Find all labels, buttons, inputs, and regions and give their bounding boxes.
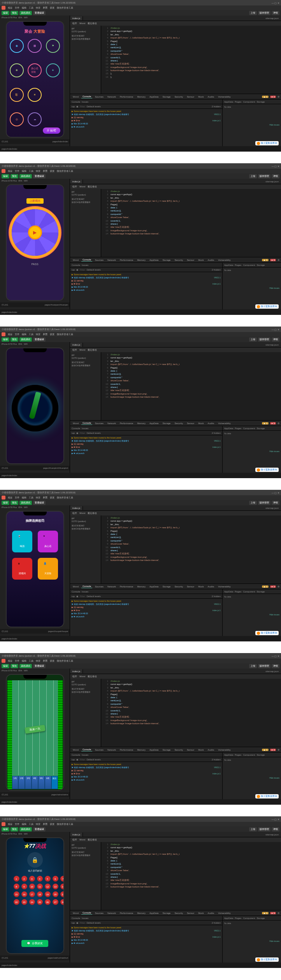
game-item[interactable]: ◎ [10,112,24,126]
remote-debug-button[interactable]: 真机调试 [19,11,32,15]
horse-btn[interactable]: 6号 [45,776,51,789]
menu-view[interactable]: 界面 [43,6,47,10]
number-button[interactable]: 11 [37,884,43,889]
rp-tab[interactable]: Component [243,101,255,103]
warn-badge[interactable]: ▲ 1 [262,96,269,98]
dt-tab-appdata[interactable]: AppData [148,95,160,98]
compile-button[interactable]: 编译 [2,11,9,15]
gear-icon[interactable]: ⚙ [277,422,279,424]
number-button[interactable]: 27 [53,899,58,905]
number-button[interactable]: 17 [29,891,35,897]
card-dare[interactable]: 👤大冒险 [38,558,58,580]
console-output[interactable]: ▶ Some messages have been moved to the I… [70,109,222,146]
context-select[interactable]: top [72,105,75,108]
rp-tab[interactable]: Storage [256,101,265,103]
horse-btn[interactable]: 2号 [18,776,25,789]
number-button[interactable]: 18 [37,891,43,897]
levels-select[interactable]: Default levels [87,105,101,108]
details-button[interactable]: 详情 [272,11,279,15]
menu-settings[interactable]: 设置 [50,6,54,10]
issues-tab[interactable]: Issues [82,101,88,103]
network-select[interactable]: WiFi [24,16,28,19]
dt-tab-memory[interactable]: Memory [136,95,147,98]
horse-btn[interactable]: 1号 [12,776,19,789]
menu-file[interactable]: 文件 [15,6,19,10]
horse-btn[interactable]: 4号 [32,776,38,789]
card-truth[interactable]: ♥真心话 [38,531,58,552]
number-button[interactable]: 13 [53,884,58,889]
dt-tab-sources[interactable]: Sources [94,95,105,98]
dt-tab-network[interactable]: Network [106,95,117,98]
gear-icon[interactable]: ⚙ [277,95,279,98]
menu-edit[interactable]: 编辑 [22,6,26,10]
race-track[interactable]: 再来一次 1号 2号 3号 4号 5号 6号 投注 [7,680,63,789]
number-button[interactable]: 10 [29,884,35,889]
preview-button[interactable]: 预览 [11,11,18,15]
menu-project[interactable]: 项目 [8,6,12,10]
dt-tab-sensor[interactable]: Sensor [186,95,195,98]
sitemap-tab[interactable]: sitemap.json [263,16,281,20]
number-button[interactable]: 9 [21,884,27,889]
start-button[interactable]: 开 始 吧 [43,128,60,134]
filter-input[interactable]: Filter [80,105,85,108]
number-button[interactable]: 25 [37,899,43,905]
number-button[interactable]: 5 [45,876,51,882]
gear-icon[interactable]: ⚙ [277,748,279,751]
phone-simulator[interactable]: 再来一次 1号 2号 3号 4号 5号 6号 投注 [6,674,64,791]
rp-tab[interactable]: AppData [224,101,233,103]
game-item[interactable]: ◉ [10,39,24,53]
dt-tab-vuln[interactable]: Vulnerability [217,95,232,98]
horse-btn[interactable]: 3号 [25,776,32,789]
number-button[interactable]: 22 [14,899,19,905]
rp-tab[interactable]: Pages [235,101,241,103]
number-button[interactable]: 21 [60,891,64,897]
number-button[interactable]: 4 [37,876,43,882]
number-button[interactable]: 24 [29,899,35,905]
horse-btn[interactable]: 5号 [38,776,45,789]
number-button[interactable]: 19 [45,891,51,897]
number-button[interactable]: 28 [60,899,64,905]
number-button[interactable]: 26 [45,899,51,905]
gear-icon[interactable]: ⚙ [277,912,279,914]
phone-simulator[interactable] [6,348,64,464]
game-item[interactable]: 真心话冒险 [28,63,42,77]
game-item[interactable]: ✷ [46,63,60,77]
gear-icon[interactable]: ⚙ [277,259,279,261]
lock-icon[interactable]: 🔒 [27,852,43,868]
number-button[interactable]: 16 [21,891,27,897]
version-button[interactable]: 版本管理 [258,11,270,15]
number-button[interactable]: 1 [14,876,19,882]
game-item[interactable]: ☁ [28,112,42,126]
gear-icon[interactable]: ⚙ [277,585,279,588]
spin-wheel[interactable] [12,209,58,256]
game-item[interactable]: 彩 [10,88,24,102]
phone-simulator[interactable]: 抽牌选择惩罚 🍷喝酒 ♥真心话 ♛潜规则 👤大冒险 [6,511,64,627]
dt-tab-wxml[interactable]: Wxml [72,95,80,98]
sub-tab[interactable]: 组件 [72,22,77,25]
game-item[interactable]: ☀ [28,88,42,102]
number-button[interactable]: 3 [29,876,35,882]
number-button[interactable]: 20 [53,891,58,897]
bet-btn[interactable]: 投注 [51,776,58,789]
number-button[interactable]: 23 [21,899,27,905]
hidden-link[interactable]: 2 hidden [212,105,221,108]
compile-mode-select[interactable]: 普通编译 [33,11,46,15]
number-button[interactable]: 14 [60,884,64,889]
device-select[interactable]: iPhone 6/7/8 Plus [2,16,17,19]
phone-simulator[interactable]: ★77决战 🔒 输入密码解锁 1234567891011121314151617… [6,837,64,954]
dt-tab-security[interactable]: Security [173,95,184,98]
number-button[interactable]: 8 [14,884,19,889]
dt-tab-storage[interactable]: Storage [161,95,172,98]
menu-help[interactable]: 微信开发者工具 [57,6,73,10]
game-item[interactable]: ▦ [28,39,42,53]
hide-issues-link[interactable]: Hide issues [224,124,279,126]
sub-tab[interactable]: Wxml [79,22,85,24]
number-button[interactable]: 15 [14,891,19,897]
dt-tab-console[interactable]: Console [81,95,92,98]
code-editor[interactable]: 1//index.js 2const app = getApp() 3let _… [101,26,281,94]
window-controls[interactable]: — ▢ ✕ [272,2,279,4]
dt-tab-mock[interactable]: Mock [197,95,205,98]
number-button[interactable]: 7 [60,876,64,882]
console-tab[interactable]: Console [72,101,80,103]
card-drink[interactable]: 🍷喝酒 [12,531,32,552]
